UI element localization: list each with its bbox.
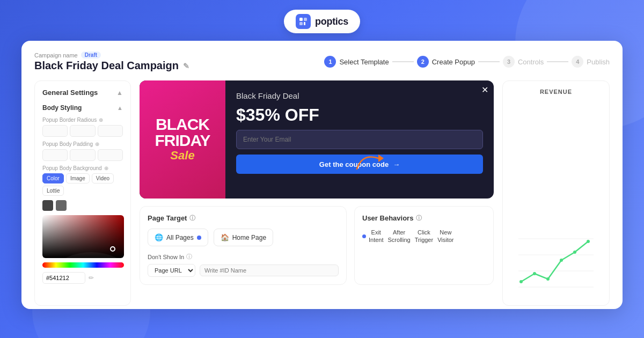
border-radius-br[interactable] [98, 125, 123, 137]
step-4-label: Publish [587, 58, 610, 66]
revenue-svg-chart [510, 228, 602, 298]
border-radius-inputs [42, 125, 123, 137]
border-radius-tl[interactable] [42, 125, 68, 137]
info-icon-bg: ⊕ [104, 165, 108, 171]
step-3[interactable]: 3 Controls [503, 56, 544, 68]
info-icon-dont-show: ⓘ [186, 253, 192, 261]
behavior-dot-exit [362, 234, 366, 238]
logo-pill: poptics [284, 10, 360, 33]
dont-show-row: Don't Show In ⓘ [148, 253, 339, 261]
page-target-title: Page Target ⓘ [148, 214, 339, 222]
padding-bottom[interactable] [98, 149, 123, 161]
color-swatches [42, 200, 123, 211]
padding-right[interactable] [70, 149, 95, 161]
step-divider-2 [478, 61, 500, 62]
user-behaviors-title: User Behaviors ⓘ [362, 214, 486, 222]
color-picker-cursor [110, 246, 115, 252]
svg-rect-3 [304, 22, 305, 25]
bg-tab-color[interactable]: Color [42, 173, 64, 183]
deal-price: $35% OFF [236, 106, 483, 124]
svg-rect-1 [304, 18, 307, 21]
home-page-label: Home Page [232, 234, 266, 241]
step-2[interactable]: 2 Create Popup [417, 56, 475, 68]
step-4-num: 4 [572, 56, 583, 68]
swatch-medium[interactable] [56, 200, 67, 211]
info-icon-border: ⊕ [99, 117, 103, 123]
step-1[interactable]: 1 Select Template [324, 56, 389, 68]
id-name-input[interactable] [200, 264, 339, 276]
step-2-label: Create Popup [432, 58, 475, 66]
behavior-label-click: ClickTrigger [415, 229, 433, 244]
info-icon-behaviors: ⓘ [416, 214, 422, 222]
popup-friday-text: FRIDAY [155, 133, 210, 149]
right-revenue-panel: REVENUE [502, 80, 610, 306]
header: poptics [0, 0, 644, 41]
chevron-down-icon[interactable]: ▲ [117, 105, 123, 111]
steps-nav: 1 Select Template 2 Create Popup 3 Contr… [324, 56, 610, 68]
dont-show-label: Don't Show In ⓘ [148, 253, 192, 261]
hex-input[interactable]: #541212 [42, 272, 85, 284]
hex-row: #541212 ✏ [42, 272, 123, 284]
logo-text: poptics [315, 16, 348, 27]
bg-tabs: Color Image Video Lottie [42, 173, 123, 196]
campaign-label: Campaign name Draft [34, 52, 189, 58]
edit-icon[interactable]: ✎ [183, 62, 189, 70]
border-radius-tr[interactable] [70, 125, 95, 137]
padding-top[interactable] [42, 149, 68, 161]
svg-marker-4 [378, 155, 384, 162]
behavior-options: ExitIntent AfterScrolling ClickTrigger N… [362, 229, 486, 244]
swatch-dark[interactable] [42, 200, 53, 211]
step-1-label: Select Template [339, 58, 389, 66]
logo-icon [296, 14, 311, 29]
behavior-label-exit: ExitIntent [369, 229, 384, 244]
info-icon-target: ⓘ [189, 214, 195, 222]
content-area: General Settings ▲ Body Styling ▲ Popup … [34, 80, 610, 306]
border-radius-label: Popup Border Radious ⊕ [42, 117, 123, 123]
chevron-up-icon[interactable]: ▲ [116, 89, 123, 97]
deal-title: Black Friady Deal [236, 91, 483, 100]
step-divider-1 [392, 61, 414, 62]
panel-header: General Settings ▲ [42, 89, 123, 97]
email-input-preview[interactable]: Enter Your Email [236, 130, 483, 149]
campaign-section: Campaign name Draft Black Friday Deal Ca… [34, 52, 189, 72]
bg-label: Popup Body Background ⊕ [42, 165, 123, 171]
dont-show-controls: Page URL [148, 264, 339, 277]
popup-left-banner: BLACK FRIDAY Sale [140, 80, 225, 199]
arrow-decoration [354, 150, 386, 175]
padding-inputs [42, 149, 123, 161]
color-picker-gradient[interactable] [42, 215, 124, 258]
behavior-exit-intent[interactable]: ExitIntent [362, 229, 384, 244]
bg-tab-video[interactable]: Video [92, 173, 114, 183]
popup-black-text: BLACK [155, 116, 210, 133]
revenue-label: REVENUE [510, 89, 602, 95]
body-styling-title: Body Styling ▲ [42, 104, 123, 112]
svg-point-11 [546, 277, 550, 281]
bg-tab-lottie[interactable]: Lottie [42, 186, 64, 196]
page-url-select[interactable]: Page URL [148, 264, 195, 277]
info-icon-padding: ⊕ [95, 141, 99, 147]
svg-rect-2 [299, 22, 303, 25]
dropper-icon[interactable]: ✏ [89, 274, 94, 282]
close-button[interactable]: ✕ [481, 85, 488, 95]
page-target-panel: Page Target ⓘ 🌐 All Pages 🏠 Home Page [140, 206, 347, 285]
globe-icon: 🌐 [155, 233, 163, 241]
bg-tab-image[interactable]: Image [66, 173, 90, 183]
all-pages-option[interactable]: 🌐 All Pages [148, 229, 208, 246]
revenue-chart [510, 99, 602, 298]
svg-rect-0 [299, 18, 303, 21]
all-pages-dot [197, 236, 201, 240]
popup-sale-text: Sale [155, 149, 210, 163]
all-pages-label: All Pages [166, 234, 194, 241]
hue-slider[interactable] [42, 262, 124, 268]
behavior-label-visitor: NewVisitor [437, 229, 453, 244]
behavior-new-visitor[interactable]: NewVisitor [437, 229, 453, 244]
step-4[interactable]: 4 Publish [572, 56, 610, 68]
step-3-num: 3 [503, 56, 515, 68]
popup-right-content: Black Friady Deal $35% OFF Enter Your Em… [225, 80, 494, 199]
draft-badge: Draft [81, 52, 101, 58]
home-page-option[interactable]: 🏠 Home Page [214, 229, 273, 246]
main-card: Campaign name Draft Black Friday Deal Ca… [21, 41, 623, 309]
left-panel: General Settings ▲ Body Styling ▲ Popup … [34, 80, 131, 306]
behavior-after-scrolling[interactable]: AfterScrolling [388, 229, 411, 244]
behavior-click-trigger[interactable]: ClickTrigger [415, 229, 433, 244]
